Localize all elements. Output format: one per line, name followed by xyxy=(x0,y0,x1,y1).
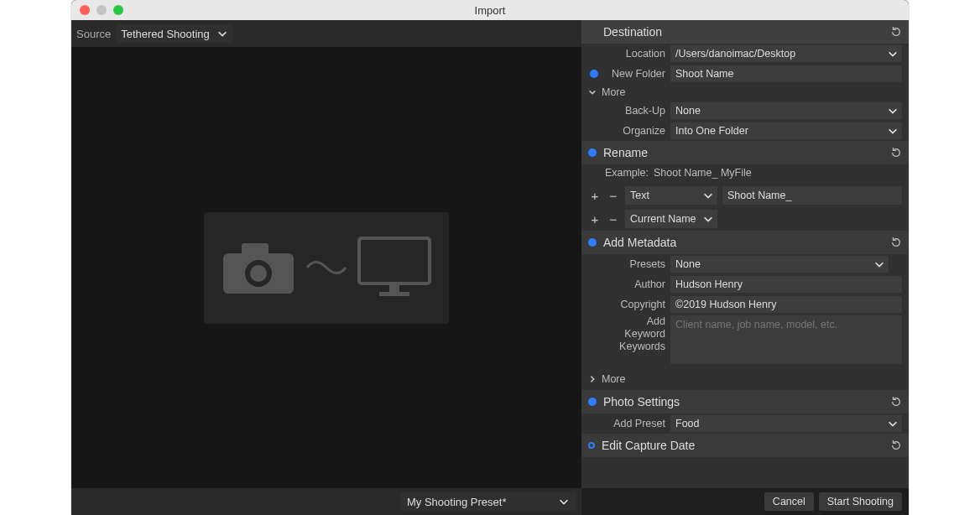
enabled-dot-icon[interactable] xyxy=(590,70,598,78)
token-type-select[interactable]: Current Name xyxy=(625,210,717,228)
author-label: Author xyxy=(605,278,665,290)
token-type-select[interactable]: Text xyxy=(625,186,717,205)
example-label: Example: xyxy=(588,167,649,179)
chevron-down-icon xyxy=(887,418,899,429)
author-row: Author xyxy=(581,274,909,294)
metadata-more-toggle[interactable]: More xyxy=(581,365,909,390)
reset-icon[interactable] xyxy=(890,147,902,159)
chevron-down-icon xyxy=(873,258,885,270)
cable-icon xyxy=(305,255,347,280)
preset-select[interactable]: My Shooting Preset* xyxy=(400,492,576,511)
new-folder-row: New Folder xyxy=(581,64,909,84)
chevron-down-icon xyxy=(887,48,899,60)
keywords-field[interactable] xyxy=(675,319,897,361)
chevron-down-icon xyxy=(702,213,714,225)
add-token-button[interactable]: + xyxy=(588,187,602,204)
chevron-down-icon xyxy=(887,105,899,117)
token-text-input[interactable] xyxy=(722,186,902,205)
add-keyword-label: Add Keyword xyxy=(605,315,665,341)
author-field[interactable] xyxy=(675,278,897,290)
rename-example-row: Example: Shoot Name_ MyFile xyxy=(581,164,909,184)
token-text-field[interactable] xyxy=(727,190,897,201)
add-preset-value: Food xyxy=(675,418,700,429)
add-preset-label: Add Preset xyxy=(605,418,665,429)
reset-icon[interactable] xyxy=(890,440,902,451)
photo-settings-title: Photo Settings xyxy=(603,395,680,408)
capture-date-header[interactable]: Edit Capture Date xyxy=(581,434,909,457)
reset-icon[interactable] xyxy=(890,396,902,408)
source-bar: Source Tethered Shooting xyxy=(71,20,581,47)
enabled-dot-icon[interactable] xyxy=(588,238,597,247)
more-label: More xyxy=(602,373,625,385)
remove-token-button[interactable]: − xyxy=(607,187,620,204)
destination-header[interactable]: Destination xyxy=(581,20,909,44)
cancel-button[interactable]: Cancel xyxy=(764,492,814,511)
footer: Cancel Start Shooting xyxy=(581,488,909,515)
author-input[interactable] xyxy=(670,276,902,293)
start-shooting-button[interactable]: Start Shooting xyxy=(819,492,902,511)
window-title: Import xyxy=(71,4,909,17)
backup-select[interactable]: None xyxy=(670,102,902,119)
copyright-field[interactable] xyxy=(675,299,897,310)
destination-more-toggle[interactable]: More xyxy=(581,84,909,101)
disabled-dot-icon[interactable] xyxy=(588,442,595,449)
copyright-input[interactable] xyxy=(670,296,902,313)
add-preset-select[interactable]: Food xyxy=(670,415,902,432)
organize-select[interactable]: Into One Folder xyxy=(670,122,902,139)
chevron-right-icon xyxy=(588,375,597,383)
copyright-row: Copyright xyxy=(581,294,909,315)
preset-value: My Shooting Preset* xyxy=(407,496,507,508)
chevron-down-icon xyxy=(588,88,597,96)
keywords-label: Keywords xyxy=(605,341,665,353)
chevron-down-icon xyxy=(887,125,899,137)
left-pane: Source Tethered Shooting xyxy=(71,20,581,515)
metadata-header[interactable]: Add Metadata xyxy=(581,231,909,254)
titlebar: Import xyxy=(71,0,909,20)
example-value: Shoot Name_ MyFile xyxy=(654,167,752,179)
chevron-down-icon xyxy=(702,190,714,201)
location-input[interactable]: /Users/danoimac/Desktop xyxy=(670,45,902,62)
add-token-button[interactable]: + xyxy=(588,211,602,227)
destination-title: Destination xyxy=(603,25,662,39)
backup-value: None xyxy=(675,105,701,117)
remove-token-button[interactable]: − xyxy=(607,211,620,227)
keywords-input[interactable] xyxy=(670,315,902,364)
backup-label: Back-Up xyxy=(605,105,665,117)
preset-bar: My Shooting Preset* xyxy=(71,488,581,515)
backup-row: Back-Up None xyxy=(581,101,909,121)
svg-rect-5 xyxy=(389,284,399,292)
chevron-down-icon xyxy=(216,28,228,39)
camera-icon xyxy=(220,238,297,297)
new-folder-input[interactable] xyxy=(670,65,902,82)
chevron-down-icon xyxy=(558,496,570,507)
token-type-value: Text xyxy=(630,190,649,201)
presets-label: Presets xyxy=(605,258,665,270)
monitor-icon xyxy=(356,235,433,300)
capture-date-title: Edit Capture Date xyxy=(602,439,695,452)
enabled-dot-icon[interactable] xyxy=(588,148,597,157)
organize-row: Organize Into One Folder xyxy=(581,121,909,141)
presets-row: Presets None xyxy=(581,254,909,274)
rename-token-row-1: + − Text xyxy=(581,184,909,207)
source-label: Source xyxy=(76,28,111,40)
keywords-labels: Add Keyword Keywords xyxy=(605,315,665,353)
enabled-dot-icon[interactable] xyxy=(588,398,597,406)
organize-value: Into One Folder xyxy=(675,125,748,137)
reset-icon[interactable] xyxy=(890,237,902,248)
token-type-value: Current Name xyxy=(630,213,696,225)
content: Source Tethered Shooting xyxy=(71,20,909,515)
presets-select[interactable]: None xyxy=(670,256,889,273)
new-folder-field[interactable] xyxy=(675,68,897,80)
add-preset-row: Add Preset Food xyxy=(581,414,909,434)
photo-settings-header[interactable]: Photo Settings xyxy=(581,390,909,414)
rename-header[interactable]: Rename xyxy=(581,141,909,164)
presets-value: None xyxy=(675,258,701,270)
svg-rect-1 xyxy=(242,243,268,257)
reset-icon[interactable] xyxy=(890,26,902,38)
tethered-placeholder xyxy=(204,212,449,324)
source-select[interactable]: Tethered Shooting xyxy=(116,24,233,43)
new-folder-label: New Folder xyxy=(605,68,665,80)
rename-token-row-2: + − Current Name xyxy=(581,207,909,231)
location-row: Location /Users/danoimac/Desktop xyxy=(581,44,909,64)
keywords-row: Add Keyword Keywords xyxy=(581,315,909,365)
